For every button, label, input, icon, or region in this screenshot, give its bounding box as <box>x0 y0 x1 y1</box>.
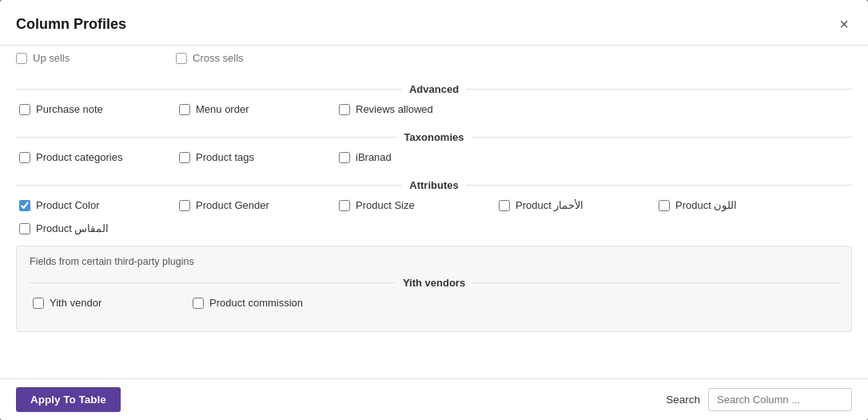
cross-sells-label: Cross sells <box>193 52 244 64</box>
list-item: Up sells <box>16 52 176 64</box>
search-area: Search <box>666 388 852 411</box>
product-color-checkbox[interactable] <box>19 200 30 211</box>
taxonomies-section: Taxonomies Product categories Product ta… <box>16 131 852 168</box>
list-item: Product المقاس <box>19 222 179 234</box>
menu-order-label: Menu order <box>196 103 249 115</box>
product-allawn-checkbox[interactable] <box>659 200 670 211</box>
list-item: Product commission <box>193 297 352 309</box>
section-line-right <box>467 89 852 90</box>
section-line-right <box>472 137 852 138</box>
modal-footer: Apply To Table Search <box>0 378 868 420</box>
product-ahmar-checkbox[interactable] <box>499 200 510 211</box>
product-tags-label: Product tags <box>196 151 254 163</box>
up-sells-checkbox[interactable] <box>16 53 27 64</box>
sub-section-line-left <box>30 282 395 283</box>
reviews-allowed-label: Reviews allowed <box>356 103 433 115</box>
section-line-left <box>16 185 401 186</box>
product-ahmar-label: Product الأحمار <box>516 199 583 211</box>
attributes-section-title: Attributes <box>409 179 458 191</box>
attributes-section-header: Attributes <box>16 179 852 191</box>
product-categories-label: Product categories <box>36 151 122 163</box>
product-tags-checkbox[interactable] <box>179 152 190 163</box>
menu-order-checkbox[interactable] <box>179 104 190 115</box>
product-almqas-checkbox[interactable] <box>19 223 30 234</box>
search-column-input[interactable] <box>708 388 852 411</box>
column-profiles-modal: Column Profiles × Up sells Cross sells <box>0 0 868 420</box>
taxonomies-checkbox-grid: Product categories Product tags iBranad <box>16 151 852 168</box>
list-item: Reviews allowed <box>339 103 499 115</box>
product-size-checkbox[interactable] <box>339 200 350 211</box>
modal-header: Column Profiles × <box>0 0 868 46</box>
sub-section-line-right <box>473 282 838 283</box>
purchase-note-label: Purchase note <box>36 103 103 115</box>
ibranad-label: iBranad <box>356 151 392 163</box>
product-color-label: Product Color <box>36 199 99 211</box>
list-item: Product tags <box>179 151 339 163</box>
yith-vendor-label: Yith vendor <box>50 297 102 309</box>
product-commission-label: Product commission <box>209 297 303 309</box>
yith-checkbox-grid: Yith vendor Product commission <box>30 297 838 314</box>
list-item: iBranad <box>339 151 499 163</box>
list-item: Product الأحمار <box>499 199 659 211</box>
section-line-left <box>16 89 401 90</box>
advanced-checkbox-grid: Purchase note Menu order Reviews allowed <box>16 103 852 120</box>
up-sells-label: Up sells <box>33 52 70 64</box>
search-label: Search <box>666 394 700 406</box>
taxonomies-section-header: Taxonomies <box>16 131 852 143</box>
modal-overlay: Column Profiles × Up sells Cross sells <box>0 0 868 420</box>
section-line-right <box>467 185 852 186</box>
product-gender-checkbox[interactable] <box>179 200 190 211</box>
product-gender-label: Product Gender <box>196 199 269 211</box>
list-item: Menu order <box>179 103 339 115</box>
reviews-allowed-checkbox[interactable] <box>339 104 350 115</box>
product-categories-checkbox[interactable] <box>19 152 30 163</box>
third-party-title: Fields from certain third-party plugins <box>30 256 838 267</box>
list-item: Product categories <box>19 151 179 163</box>
product-size-label: Product Size <box>356 199 415 211</box>
taxonomies-section-title: Taxonomies <box>404 131 464 143</box>
attributes-checkbox-grid: Product Color Product Gender Product Siz… <box>16 199 852 239</box>
yith-section-title: Yith vendors <box>403 277 465 289</box>
list-item: Product اللون <box>659 199 818 211</box>
list-item: Cross sells <box>176 52 336 64</box>
advanced-section: Advanced Purchase note Menu order Review… <box>16 83 852 120</box>
advanced-section-title: Advanced <box>409 83 459 95</box>
section-line-left <box>16 137 396 138</box>
apply-to-table-button[interactable]: Apply To Table <box>16 387 121 412</box>
list-item: Product Color <box>19 199 179 211</box>
product-allawn-label: Product اللون <box>675 199 737 211</box>
purchase-note-checkbox[interactable] <box>19 104 30 115</box>
ibranad-checkbox[interactable] <box>339 152 350 163</box>
modal-body: Up sells Cross sells Advanced Purch <box>0 46 868 378</box>
list-item: Purchase note <box>19 103 179 115</box>
product-almqas-label: Product المقاس <box>36 222 109 234</box>
top-partial-row: Up sells Cross sells <box>16 46 852 72</box>
list-item: Yith vendor <box>33 297 193 309</box>
attributes-section: Attributes Product Color Product Gender … <box>16 179 852 239</box>
list-item: Product Gender <box>179 199 339 211</box>
advanced-section-header: Advanced <box>16 83 852 95</box>
modal-title: Column Profiles <box>16 16 126 33</box>
cross-sells-checkbox[interactable] <box>176 53 187 64</box>
product-commission-checkbox[interactable] <box>193 298 204 309</box>
third-party-box: Fields from certain third-party plugins … <box>16 246 852 332</box>
list-item: Product Size <box>339 199 499 211</box>
close-button[interactable]: × <box>836 13 852 35</box>
yith-section-header: Yith vendors <box>30 277 838 289</box>
yith-vendor-checkbox[interactable] <box>33 298 44 309</box>
